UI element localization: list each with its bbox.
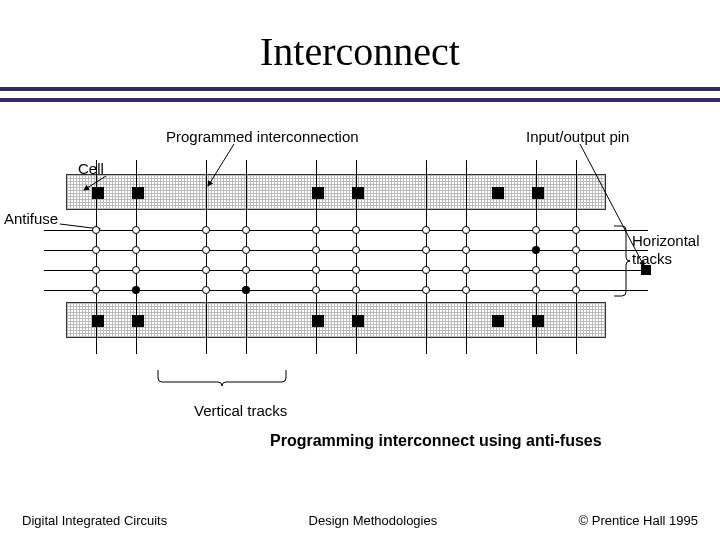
vertical-track (576, 160, 577, 354)
antifuse-open (572, 266, 580, 274)
antifuse-open (422, 226, 430, 234)
cell-row-bottom (66, 302, 606, 338)
antifuse-open (572, 286, 580, 294)
antifuse-open (202, 266, 210, 274)
cell-block (492, 315, 504, 327)
antifuse-open (202, 286, 210, 294)
antifuse-open (572, 226, 580, 234)
antifuse-open (532, 266, 540, 274)
antifuse-open (462, 246, 470, 254)
cell-block (132, 187, 144, 199)
footer-right: © Prentice Hall 1995 (579, 513, 698, 528)
antifuse-programmed (532, 246, 540, 254)
cell-block (312, 187, 324, 199)
cell-block (492, 187, 504, 199)
vertical-track (356, 160, 357, 354)
arrow-io-pin (570, 144, 650, 274)
antifuse-open (422, 246, 430, 254)
antifuse-open (422, 266, 430, 274)
antifuse-open (532, 286, 540, 294)
antifuse-open (532, 226, 540, 234)
slide-title: Interconnect (0, 0, 720, 85)
footer: Digital Integrated Circuits Design Metho… (0, 513, 720, 528)
vertical-track (96, 160, 97, 354)
vertical-track (246, 160, 247, 354)
vertical-track (536, 160, 537, 354)
cell-block (532, 187, 544, 199)
cell-block (532, 315, 544, 327)
svg-line-2 (84, 176, 106, 190)
antifuse-open (462, 286, 470, 294)
antifuse-open (312, 246, 320, 254)
antifuse-open (202, 246, 210, 254)
svg-line-0 (208, 144, 234, 186)
rule-top (0, 87, 720, 91)
antifuse-open (92, 286, 100, 294)
antifuse-open (312, 266, 320, 274)
antifuse-open (462, 266, 470, 274)
vertical-track (426, 160, 427, 354)
svg-line-1 (580, 144, 644, 266)
label-programmed-interconnection: Programmed interconnection (166, 128, 359, 145)
footer-center: Design Methodologies (309, 513, 438, 528)
antifuse-open (572, 246, 580, 254)
cell-block (352, 315, 364, 327)
antifuse-open (132, 266, 140, 274)
diagram: Programmed interconnection Input/output … (46, 122, 674, 437)
cell-block (92, 315, 104, 327)
io-pin-square (641, 265, 651, 275)
label-io-pin: Input/output pin (526, 128, 629, 145)
cell-block (132, 315, 144, 327)
connection-dot (242, 286, 250, 294)
antifuse-open (352, 266, 360, 274)
cell-row-top (66, 174, 606, 210)
vertical-track (466, 160, 467, 354)
antifuse-open (312, 226, 320, 234)
cell-block (312, 315, 324, 327)
vertical-track (316, 160, 317, 354)
cell-block (352, 187, 364, 199)
arrow-cell (82, 174, 118, 194)
antifuse-open (352, 286, 360, 294)
antifuse-programmed (132, 286, 140, 294)
footer-left: Digital Integrated Circuits (22, 513, 167, 528)
antifuse-open (242, 246, 250, 254)
label-antifuse: Antifuse (4, 210, 58, 227)
rule-gap (0, 93, 720, 96)
arrow-programmed-interconnection (206, 144, 246, 194)
antifuse-open (92, 266, 100, 274)
antifuse-open (92, 226, 100, 234)
antifuse-open (312, 286, 320, 294)
antifuse-open (242, 226, 250, 234)
vertical-track (136, 160, 137, 354)
antifuse-open (352, 246, 360, 254)
antifuse-open (202, 226, 210, 234)
bracket-vertical-tracks (154, 370, 294, 394)
label-vertical-tracks: Vertical tracks (194, 402, 287, 419)
antifuse-open (132, 246, 140, 254)
antifuse-open (132, 226, 140, 234)
antifuse-open (462, 226, 470, 234)
vertical-track (206, 160, 207, 354)
antifuse-open (92, 246, 100, 254)
antifuse-open (422, 286, 430, 294)
caption: Programming interconnect using anti-fuse… (270, 432, 602, 450)
antifuse-open (352, 226, 360, 234)
antifuse-open (242, 266, 250, 274)
rule-bottom (0, 98, 720, 102)
